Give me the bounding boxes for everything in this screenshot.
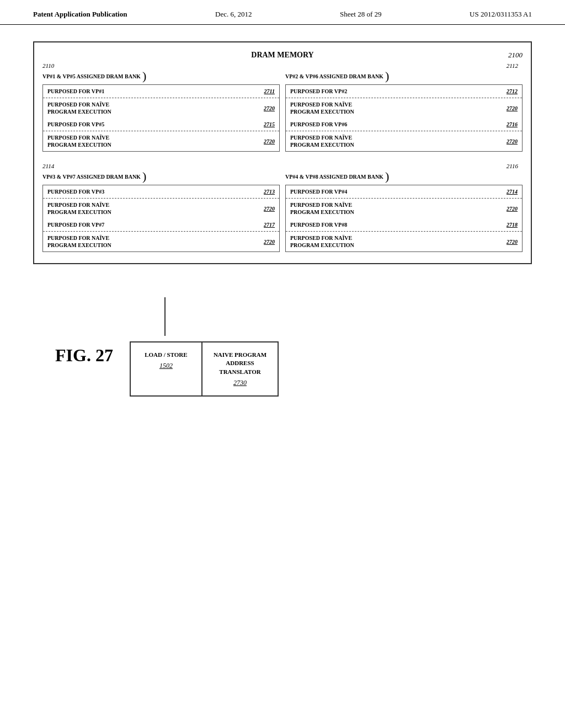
bank1-label-row: VP#1 & VP#5 ASSIGNED DRAM BANK ) bbox=[42, 70, 280, 82]
sheet-label: Sheet 28 of 29 bbox=[340, 10, 381, 19]
vertical-line bbox=[164, 297, 166, 336]
bank2-bracket: ) bbox=[385, 70, 389, 82]
date-label: Dec. 6, 2012 bbox=[215, 10, 252, 19]
bank1-row1: PURPOSED FOR VP#1 2711 bbox=[43, 85, 279, 98]
bank1-row4: PURPOSED FOR NAÏVEPROGRAM EXECUTION 2720 bbox=[43, 131, 279, 151]
naive-box: NAIVE PROGRAMADDRESSTRANSLATOR 2730 bbox=[202, 342, 278, 395]
main-content: DRAM MEMORY 2100 2110 VP#1 & VP#5 ASSIGN… bbox=[0, 25, 565, 408]
bank2-row4: PURPOSED FOR NAÏVEPROGRAM EXECUTION 2720 bbox=[286, 131, 522, 151]
load-store-num: 1502 bbox=[142, 362, 190, 370]
bank3-row4: PURPOSED FOR NAÏVEPROGRAM EXECUTION 2720 bbox=[43, 232, 279, 251]
bank4-inner: PURPOSED FOR VP#4 2714 PURPOSED FOR NAÏV… bbox=[285, 185, 523, 252]
bank-section-2: 2112 VP#2 & VP#6 ASSIGNED DRAM BANK ) PU… bbox=[285, 62, 523, 152]
dram-title-row: DRAM MEMORY 2100 bbox=[42, 51, 523, 60]
bank-section-3: 2114 VP#3 & VP#7 ASSIGNED DRAM BANK ) PU… bbox=[42, 163, 280, 252]
bottom-diagram: FIG. 27 LOAD / STORE 1502 NAIVE PROGRAMA… bbox=[33, 297, 532, 397]
bank4-row1: PURPOSED FOR VP#4 2714 bbox=[286, 185, 522, 198]
dram-title: DRAM MEMORY bbox=[70, 51, 495, 60]
bank1-row3: PURPOSED FOR VP#5 2715 bbox=[43, 118, 279, 131]
bank-section-4: 2116 VP#4 & VP#8 ASSIGNED DRAM BANK ) PU… bbox=[285, 163, 523, 252]
bank3-label: VP#3 & VP#7 ASSIGNED DRAM BANK bbox=[42, 174, 141, 180]
bank1-inner: PURPOSED FOR VP#1 2711 PURPOSED FOR NAÏV… bbox=[42, 84, 280, 152]
bank2-label-row: VP#2 & VP#6 ASSIGNED DRAM BANK ) bbox=[285, 70, 523, 82]
bank2-row3: PURPOSED FOR VP#6 2716 bbox=[286, 118, 522, 131]
bank2-num: 2112 bbox=[507, 62, 518, 69]
bank1-num: 2110 bbox=[42, 62, 54, 69]
vert-line-container bbox=[164, 297, 166, 336]
bank3-row1: PURPOSED FOR VP#3 2713 bbox=[43, 185, 279, 198]
banks-grid: 2110 VP#1 & VP#5 ASSIGNED DRAM BANK ) PU… bbox=[42, 62, 523, 252]
bottom-boxes: LOAD / STORE 1502 NAIVE PROGRAMADDRESSTR… bbox=[130, 341, 279, 397]
bank3-inner: PURPOSED FOR VP#3 2713 PURPOSED FOR NAÏV… bbox=[42, 185, 280, 252]
bank2-row1: PURPOSED FOR VP#2 2712 bbox=[286, 85, 522, 98]
bank4-num: 2116 bbox=[507, 163, 518, 169]
bank3-label-row: VP#3 & VP#7 ASSIGNED DRAM BANK ) bbox=[42, 170, 280, 183]
bank4-row4: PURPOSED FOR NAÏVEPROGRAM EXECUTION 2720 bbox=[286, 232, 522, 251]
bank4-row2: PURPOSED FOR NAÏVEPROGRAM EXECUTION 2720 bbox=[286, 199, 522, 218]
bank1-row2: PURPOSED FOR NAÏVEPROGRAM EXECUTION 2720 bbox=[43, 98, 279, 118]
bank4-label-row: VP#4 & VP#8 ASSIGNED DRAM BANK ) bbox=[285, 170, 523, 183]
load-store-text: LOAD / STORE bbox=[142, 351, 190, 359]
dram-memory-box: DRAM MEMORY 2100 2110 VP#1 & VP#5 ASSIGN… bbox=[33, 41, 532, 264]
bank2-label: VP#2 & VP#6 ASSIGNED DRAM BANK bbox=[285, 73, 383, 79]
bank1-bracket: ) bbox=[142, 70, 146, 82]
bank3-num: 2114 bbox=[42, 163, 54, 169]
bank3-row2: PURPOSED FOR NAÏVEPROGRAM EXECUTION 2720 bbox=[43, 199, 279, 218]
page-header: Patent Application Publication Dec. 6, 2… bbox=[0, 0, 565, 25]
bank2-row2: PURPOSED FOR NAÏVEPROGRAM EXECUTION 2720 bbox=[286, 98, 522, 118]
bank3-bracket: ) bbox=[142, 170, 146, 183]
load-store-box: LOAD / STORE 1502 bbox=[131, 342, 202, 395]
bank4-label: VP#4 & VP#8 ASSIGNED DRAM BANK bbox=[285, 174, 383, 180]
bank1-label: VP#1 & VP#5 ASSIGNED DRAM BANK bbox=[42, 73, 141, 79]
naive-num: 2730 bbox=[214, 379, 266, 387]
patent-label: US 2012/0311353 A1 bbox=[470, 10, 532, 19]
bank-section-1: 2110 VP#1 & VP#5 ASSIGNED DRAM BANK ) PU… bbox=[42, 62, 280, 152]
bank3-row3: PURPOSED FOR VP#7 2717 bbox=[43, 218, 279, 231]
naive-text: NAIVE PROGRAMADDRESSTRANSLATOR bbox=[214, 351, 266, 376]
dram-number: 2100 bbox=[495, 51, 523, 60]
bank4-row3: PURPOSED FOR VP#8 2718 bbox=[286, 218, 522, 231]
bank4-bracket: ) bbox=[385, 170, 389, 183]
publication-label: Patent Application Publication bbox=[33, 10, 127, 19]
bank2-inner: PURPOSED FOR VP#2 2712 PURPOSED FOR NAÏV… bbox=[285, 84, 523, 152]
bottom-boxes-container: LOAD / STORE 1502 NAIVE PROGRAMADDRESSTR… bbox=[130, 297, 279, 397]
fig-label: FIG. 27 bbox=[55, 345, 113, 366]
